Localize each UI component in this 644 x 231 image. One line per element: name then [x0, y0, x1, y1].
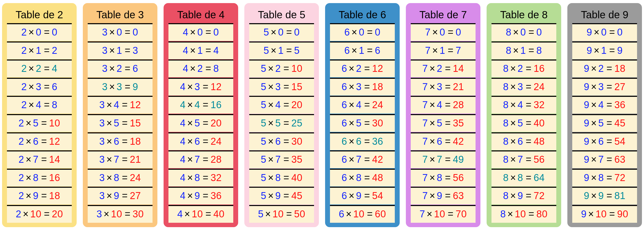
multiplier: 3 [598, 81, 604, 92]
multiplier: 2 [275, 63, 281, 74]
multiplicand: 4 [180, 190, 186, 201]
product: 36 [614, 99, 625, 110]
times-sign: × [266, 136, 275, 147]
table-title: Table de 8 [491, 7, 556, 23]
multiplier: 5 [598, 118, 604, 129]
table-row: 5×1=5 [249, 41, 314, 59]
multiplier: 6 [33, 136, 39, 147]
multiplicand: 2 [19, 172, 24, 183]
table-row: 2×5=10 [7, 114, 72, 132]
times-sign: × [509, 154, 518, 165]
equals-sign: = [362, 190, 372, 201]
multiplicand: 4 [183, 45, 189, 56]
product: 72 [614, 172, 625, 183]
equals-sign: = [41, 99, 52, 110]
multiplier: 1 [520, 45, 526, 56]
equals-sign: = [604, 99, 614, 110]
product: 16 [49, 172, 60, 183]
times-sign: × [24, 190, 33, 201]
equals-sign: = [200, 118, 211, 129]
multiplier: 0 [197, 27, 203, 38]
table-row: 4×1=4 [168, 41, 233, 59]
multiplier: 1 [440, 45, 445, 56]
times-sign: × [269, 45, 278, 56]
table-row: 9×8=72 [572, 169, 637, 186]
product: 36 [211, 190, 222, 201]
multiplier: 10 [353, 209, 364, 219]
times-sign: × [105, 136, 114, 147]
multiplier: 10 [515, 209, 526, 219]
equals-sign: = [362, 154, 372, 165]
product: 15 [130, 118, 141, 129]
times-sign: × [264, 209, 273, 219]
multiplier: 8 [114, 172, 119, 183]
multiplier: 6 [598, 136, 604, 147]
equals-sign: = [119, 154, 130, 165]
multiplier: 2 [356, 63, 362, 74]
multiplicand: 9 [584, 99, 589, 110]
multiplicand: 8 [503, 99, 509, 110]
product: 9 [617, 45, 623, 56]
table-row: 3×5=15 [88, 114, 153, 132]
multiplicand: 7 [422, 154, 428, 165]
multiplier: 5 [437, 118, 442, 129]
table-row: 9×9=81 [572, 187, 637, 204]
table-row: 7×7=49 [411, 150, 476, 168]
multiplier: 1 [601, 45, 607, 56]
product: 18 [49, 190, 60, 201]
product: 27 [130, 190, 141, 201]
multiplicand: 9 [584, 136, 589, 147]
table-row: 5×6=30 [249, 132, 314, 150]
product: 63 [453, 190, 464, 201]
multiplier: 9 [356, 190, 362, 201]
table-card-9: Table de 99×0=09×1=99×2=189×3=279×4=369×… [567, 3, 642, 227]
times-sign: × [266, 154, 275, 165]
table-row: 5×4=20 [249, 96, 314, 114]
table-title: Table de 4 [168, 7, 233, 23]
multiplicand: 4 [180, 172, 186, 183]
table-row: 6×1=6 [330, 41, 395, 59]
multiplier: 0 [278, 27, 284, 38]
table-card-7: Table de 77×0=07×1=77×2=147×3=217×4=287×… [406, 3, 480, 227]
multiplicand: 3 [96, 209, 102, 219]
equals-sign: = [200, 190, 211, 201]
table-row: 8×2=16 [491, 59, 556, 77]
table-card-2: Table de 22×0=02×1=22×2=42×3=62×4=82×5=1… [2, 3, 77, 227]
multiplicand: 7 [422, 81, 428, 92]
table-row: 2×8=16 [7, 169, 72, 186]
table-row: 6×5=30 [330, 114, 395, 132]
times-sign: × [266, 172, 275, 183]
multiplier: 5 [275, 118, 281, 129]
multiplier: 3 [356, 81, 362, 92]
table-row: 7×9=63 [411, 187, 476, 204]
product: 42 [453, 136, 464, 147]
times-sign: × [186, 99, 195, 110]
multiplicand: 9 [584, 81, 589, 92]
equals-sign: = [281, 118, 291, 129]
table-row: 8×9=72 [491, 187, 556, 204]
multiplicand: 6 [342, 172, 347, 183]
equals-sign: = [122, 27, 133, 38]
product: 48 [372, 172, 383, 183]
multiplier: 10 [192, 209, 203, 219]
product: 50 [294, 209, 305, 219]
times-sign: × [428, 172, 437, 183]
product: 0 [456, 27, 461, 38]
times-sign: × [186, 172, 195, 183]
multiplicand: 6 [342, 154, 347, 165]
multiplicand: 4 [180, 118, 186, 129]
times-sign: × [105, 172, 114, 183]
product: 5 [294, 45, 300, 56]
table-title: Table de 2 [7, 7, 72, 23]
multiplier: 6 [194, 136, 200, 147]
multiplier: 5 [114, 118, 119, 129]
multiplier: 10 [596, 209, 607, 219]
equals-sign: = [442, 190, 453, 201]
equals-sign: = [39, 136, 49, 147]
multiplicand: 2 [19, 136, 24, 147]
product: 12 [211, 81, 222, 92]
multiplicand: 7 [422, 190, 428, 201]
multiplier: 4 [437, 99, 442, 110]
equals-sign: = [41, 45, 52, 56]
times-sign: × [21, 209, 30, 219]
